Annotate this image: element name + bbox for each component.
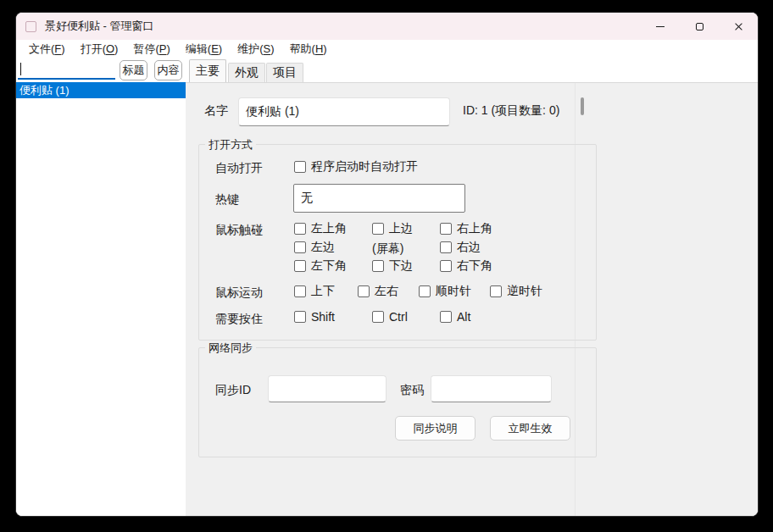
scrollbar-thumb[interactable] bbox=[581, 97, 584, 115]
touch-top-label: 上边 bbox=[389, 221, 413, 236]
checkbox-touch-top-left[interactable] bbox=[294, 223, 306, 235]
network-sync-group-title: 网络同步 bbox=[205, 341, 256, 356]
touch-top-right-label: 右上角 bbox=[457, 221, 492, 236]
hold-key-label: 需要按住 bbox=[215, 312, 263, 327]
apply-now-button[interactable]: 立即生效 bbox=[490, 416, 570, 441]
hotkey-input[interactable]: 无 bbox=[293, 184, 465, 213]
menu-pause[interactable]: 暂停(P) bbox=[125, 40, 177, 58]
filter-title-button[interactable]: 标题 bbox=[120, 60, 147, 80]
checkbox-touch-top-right[interactable] bbox=[440, 223, 452, 235]
touch-top-right-item[interactable]: 右上角 bbox=[440, 221, 492, 236]
checkbox-auto-open[interactable] bbox=[294, 161, 306, 173]
hold-alt-label: Alt bbox=[457, 310, 470, 324]
checkbox-touch-bottom-right[interactable] bbox=[440, 260, 452, 272]
search-input[interactable] bbox=[18, 60, 115, 80]
menu-open[interactable]: 打开(O) bbox=[73, 40, 126, 58]
minimize-icon bbox=[656, 26, 665, 27]
maximize-icon bbox=[696, 23, 703, 30]
touch-right-label: 右边 bbox=[457, 240, 481, 255]
motion-clockwise-label: 顺时针 bbox=[436, 284, 471, 299]
touch-bottom-item[interactable]: 下边 bbox=[372, 258, 413, 274]
hold-shift-item[interactable]: Shift bbox=[294, 310, 335, 324]
filter-content-button[interactable]: 内容 bbox=[154, 60, 182, 80]
menu-edit[interactable]: 编辑(E) bbox=[178, 40, 230, 58]
checkbox-touch-bottom-left[interactable] bbox=[294, 260, 306, 272]
checkbox-motion-leftright[interactable] bbox=[358, 285, 370, 297]
motion-leftright-item[interactable]: 左右 bbox=[358, 284, 398, 299]
touch-left-item[interactable]: 左边 bbox=[294, 240, 335, 255]
password-label: 密码 bbox=[400, 383, 424, 398]
touch-top-left-label: 左上角 bbox=[311, 221, 347, 236]
window-title: 景好便利贴 - 管理窗口 bbox=[45, 19, 154, 34]
close-icon bbox=[734, 22, 743, 31]
name-input[interactable]: 便利贴 (1) bbox=[238, 97, 450, 126]
open-method-group: 打开方式 自动打开 程序启动时自动打开 热键 无 鼠标触碰 左上角 上边 bbox=[198, 144, 597, 341]
checkbox-hold-shift[interactable] bbox=[294, 311, 306, 323]
sync-id-label: 同步ID bbox=[215, 383, 251, 398]
menu-help[interactable]: 帮助(H) bbox=[282, 40, 335, 58]
touch-right-item[interactable]: 右边 bbox=[440, 240, 481, 255]
password-input[interactable] bbox=[431, 375, 552, 402]
maximize-button[interactable] bbox=[680, 13, 719, 40]
tab-appearance[interactable]: 外观 bbox=[228, 63, 265, 82]
checkbox-touch-bottom[interactable] bbox=[372, 260, 384, 272]
checkbox-hold-alt[interactable] bbox=[440, 311, 452, 323]
app-icon bbox=[25, 21, 36, 32]
motion-clockwise-item[interactable]: 顺时针 bbox=[419, 284, 471, 299]
screen-center-label: (屏幕) bbox=[372, 241, 403, 257]
checkbox-hold-ctrl[interactable] bbox=[372, 311, 384, 323]
sync-id-input[interactable] bbox=[268, 375, 386, 402]
touch-top-item[interactable]: 上边 bbox=[372, 221, 413, 236]
hold-shift-label: Shift bbox=[311, 310, 335, 324]
id-info: ID: 1 (项目数量: 0) bbox=[463, 103, 559, 119]
app-window: 景好便利贴 - 管理窗口 文件(F) 打开(O) 暂停(P) 编辑(E) 维护(… bbox=[15, 12, 759, 517]
minimize-button[interactable] bbox=[641, 13, 680, 40]
note-list: 便利贴 (1) bbox=[16, 82, 186, 517]
close-button[interactable] bbox=[719, 13, 758, 40]
auto-open-label: 自动打开 bbox=[215, 161, 263, 176]
touch-top-left-item[interactable]: 左上角 bbox=[294, 221, 347, 236]
hold-ctrl-item[interactable]: Ctrl bbox=[372, 310, 408, 324]
touch-bottom-right-label: 右下角 bbox=[457, 258, 492, 274]
title-bar: 景好便利贴 - 管理窗口 bbox=[16, 13, 758, 40]
checkbox-touch-right[interactable] bbox=[440, 241, 452, 253]
menu-maintain[interactable]: 维护(S) bbox=[230, 40, 281, 58]
hotkey-label: 热键 bbox=[215, 192, 239, 208]
toolbar: 标题 内容 主要 外观 项目 bbox=[16, 58, 758, 82]
tab-page-main: 名字 便利贴 (1) ID: 1 (项目数量: 0) 打开方式 自动打开 程序启… bbox=[186, 82, 759, 517]
checkbox-touch-left[interactable] bbox=[294, 241, 306, 253]
mouse-motion-label: 鼠标运动 bbox=[215, 285, 263, 301]
checkbox-motion-updown[interactable] bbox=[294, 285, 306, 297]
sync-help-button[interactable]: 同步说明 bbox=[395, 416, 475, 441]
motion-updown-label: 上下 bbox=[311, 284, 335, 299]
touch-bottom-left-label: 左下角 bbox=[311, 258, 347, 274]
touch-left-label: 左边 bbox=[311, 240, 335, 255]
tab-main[interactable]: 主要 bbox=[189, 59, 226, 82]
motion-updown-item[interactable]: 上下 bbox=[294, 284, 335, 299]
menu-bar: 文件(F) 打开(O) 暂停(P) 编辑(E) 维护(S) 帮助(H) bbox=[16, 40, 758, 58]
auto-open-option-label: 程序启动时自动打开 bbox=[311, 159, 418, 175]
open-method-group-title: 打开方式 bbox=[205, 137, 256, 152]
menu-file[interactable]: 文件(F) bbox=[21, 40, 73, 58]
auto-open-checkbox-item[interactable]: 程序启动时自动打开 bbox=[294, 159, 418, 175]
motion-counterclockwise-label: 逆时针 bbox=[507, 284, 542, 299]
touch-bottom-label: 下边 bbox=[389, 258, 413, 274]
touch-bottom-right-item[interactable]: 右下角 bbox=[440, 258, 492, 274]
hold-ctrl-label: Ctrl bbox=[389, 310, 408, 324]
touch-bottom-left-item[interactable]: 左下角 bbox=[294, 258, 347, 274]
hold-alt-item[interactable]: Alt bbox=[440, 310, 470, 324]
checkbox-touch-top[interactable] bbox=[372, 223, 384, 235]
motion-leftright-label: 左右 bbox=[375, 284, 398, 299]
checkbox-motion-counterclockwise[interactable] bbox=[490, 285, 502, 297]
checkbox-motion-clockwise[interactable] bbox=[419, 285, 431, 297]
network-sync-group: 网络同步 同步ID 密码 同步说明 立即生效 bbox=[198, 347, 597, 457]
tab-items[interactable]: 项目 bbox=[266, 63, 303, 82]
text-caret bbox=[20, 63, 21, 75]
motion-counterclockwise-item[interactable]: 逆时针 bbox=[490, 284, 542, 299]
list-item-note[interactable]: 便利贴 (1) bbox=[16, 82, 186, 98]
mouse-touch-label: 鼠标触碰 bbox=[215, 223, 263, 238]
name-label: 名字 bbox=[204, 103, 228, 119]
